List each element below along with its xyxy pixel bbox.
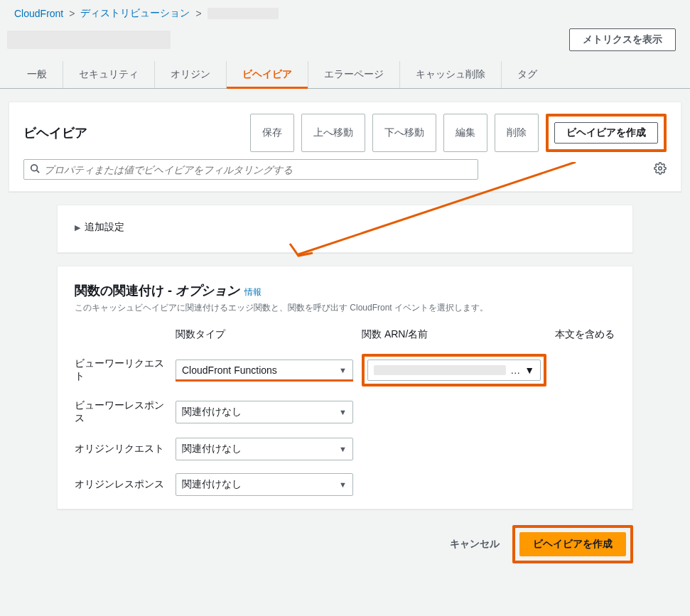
tab-general[interactable]: 一般 xyxy=(14,61,63,88)
svg-line-1 xyxy=(37,171,40,173)
annotation-highlight-create-footer: ビヘイビアを作成 xyxy=(512,525,633,563)
additional-settings-toggle[interactable]: ▶ 追加設定 xyxy=(75,218,615,239)
caret-right-icon: ▶ xyxy=(75,223,80,232)
chevron-right-icon: > xyxy=(195,8,201,19)
behavior-panel: ビヘイビア 保存 上へ移動 下へ移動 編集 削除 ビヘイビアを作成 xyxy=(9,102,681,192)
col-header-arn: 関数 ARN/名前 xyxy=(362,328,546,341)
search-input-wrapper[interactable] xyxy=(23,159,478,180)
caret-down-icon: ▼ xyxy=(339,366,347,374)
tabs: 一般 セキュリティ オリジン ビヘイビア エラーページ キャッシュ削除 タグ xyxy=(0,61,690,89)
delete-button[interactable]: 削除 xyxy=(495,114,539,152)
caret-down-icon: ▼ xyxy=(339,480,347,489)
function-association-card: 関数の関連付け - オプション 情報 このキャッシュビヘイビアに関連付けるエッジ… xyxy=(57,266,633,509)
annotation-underline xyxy=(176,379,353,382)
behavior-filter-input[interactable] xyxy=(44,164,472,175)
arn-value-redacted xyxy=(374,365,506,375)
caret-down-icon: ▼ xyxy=(524,364,534,376)
origin-request-type-select[interactable]: 関連付けなし ▼ xyxy=(176,438,353,460)
create-behavior-button[interactable]: ビヘイビアを作成 xyxy=(554,122,658,144)
panel-title: ビヘイビア xyxy=(23,124,87,141)
tab-origin[interactable]: オリジン xyxy=(155,61,227,88)
row-label-viewer-response: ビューワーレスポンス xyxy=(75,399,167,425)
svg-point-0 xyxy=(31,165,38,171)
move-down-button[interactable]: 下へ移動 xyxy=(372,114,436,152)
caret-down-icon: ▼ xyxy=(339,408,347,416)
show-metrics-button[interactable]: メトリクスを表示 xyxy=(569,28,676,51)
breadcrumb-root[interactable]: CloudFront xyxy=(14,8,63,19)
breadcrumb: CloudFront > ディストリビューション > xyxy=(0,0,690,23)
svg-point-2 xyxy=(659,167,662,171)
page-header: メトリクスを表示 xyxy=(0,23,690,61)
tab-security[interactable]: セキュリティ xyxy=(63,61,155,88)
save-button[interactable]: 保存 xyxy=(250,114,294,152)
section-description: このキャッシュビヘイビアに関連付けるエッジ関数と、関数を呼び出す CloudFr… xyxy=(75,302,615,314)
search-icon xyxy=(30,163,40,175)
breadcrumb-distributions[interactable]: ディストリビューション xyxy=(80,7,190,20)
origin-response-type-select[interactable]: 関連付けなし ▼ xyxy=(176,473,353,496)
move-up-button[interactable]: 上へ移動 xyxy=(301,114,365,152)
viewer-request-arn-select[interactable]: … ▼ xyxy=(367,360,541,381)
col-header-body: 本文を含める xyxy=(555,328,640,341)
col-header-type: 関数タイプ xyxy=(176,328,353,341)
create-behavior-submit-button[interactable]: ビヘイビアを作成 xyxy=(519,532,626,556)
arn-suffix: … xyxy=(510,364,520,376)
annotation-highlight-create: ビヘイビアを作成 xyxy=(546,114,667,152)
caret-down-icon: ▼ xyxy=(339,445,347,453)
section-title: 関数の関連付け - オプション 情報 xyxy=(75,282,615,299)
page-title-redacted xyxy=(7,31,171,49)
annotation-highlight-arn: … ▼ xyxy=(362,354,546,387)
tab-tags[interactable]: タグ xyxy=(502,61,553,88)
gear-icon[interactable] xyxy=(654,162,667,177)
additional-settings-label: 追加設定 xyxy=(85,221,124,234)
cancel-link[interactable]: キャンセル xyxy=(450,538,500,551)
tab-error[interactable]: エラーページ xyxy=(308,61,400,88)
tab-behavior[interactable]: ビヘイビア xyxy=(227,61,308,88)
viewer-response-type-select[interactable]: 関連付けなし ▼ xyxy=(176,401,353,423)
row-label-origin-response: オリジンレスポンス xyxy=(75,478,167,491)
viewer-request-type-select[interactable]: CloudFront Functions ▼ xyxy=(176,360,353,381)
footer-actions: キャンセル ビヘイビアを作成 xyxy=(57,525,633,563)
edit-button[interactable]: 編集 xyxy=(443,114,487,152)
chevron-right-icon: > xyxy=(69,8,75,19)
row-label-origin-request: オリジンリクエスト xyxy=(75,443,167,455)
row-label-viewer-request: ビューワーリクエスト xyxy=(75,357,167,383)
breadcrumb-current-redacted xyxy=(207,8,279,19)
tab-invalidation[interactable]: キャッシュ削除 xyxy=(400,61,502,88)
additional-settings-card: ▶ 追加設定 xyxy=(57,205,633,253)
info-link[interactable]: 情報 xyxy=(244,287,262,297)
